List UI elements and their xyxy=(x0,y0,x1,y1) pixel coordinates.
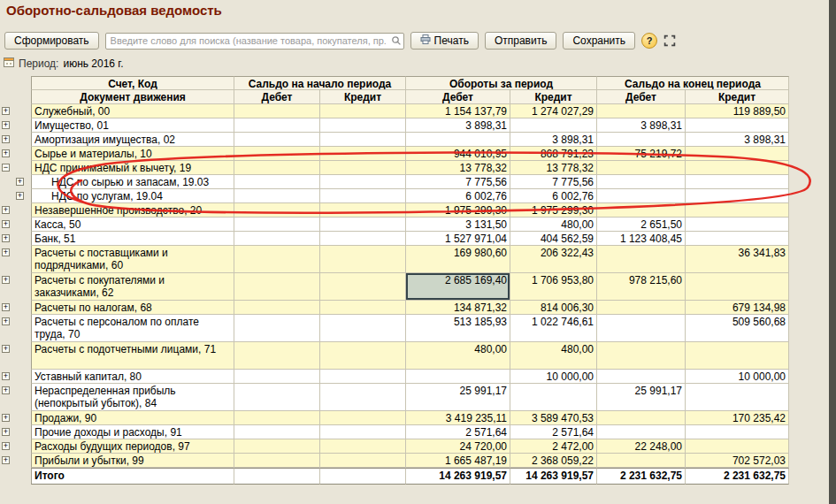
cell-beg_k[interactable] xyxy=(320,189,406,203)
cell-ob_k[interactable]: 404 562,59 xyxy=(510,232,597,246)
cell-account-name[interactable]: Расчеты с подотчетными лицами, 71 xyxy=(31,342,234,370)
cell-ob_k[interactable]: 480,00 xyxy=(510,342,597,370)
cell-end_d[interactable] xyxy=(597,189,686,203)
cell-ob_k[interactable]: 2 571,64 xyxy=(510,425,597,439)
cell-beg_k[interactable] xyxy=(320,384,406,411)
cell-beg_k[interactable] xyxy=(320,439,406,454)
expand-button[interactable]: + xyxy=(2,121,10,129)
cell-end_k[interactable]: 679 134,98 xyxy=(686,301,789,315)
cell-end_k[interactable]: 702 572,03 xyxy=(686,454,789,468)
cell-beg_d[interactable] xyxy=(234,203,320,218)
cell-end_d[interactable] xyxy=(597,246,686,273)
cell-ob_d[interactable]: 25 991,17 xyxy=(406,384,510,411)
expand-button[interactable]: + xyxy=(2,414,10,422)
cell-ob_k[interactable]: 2 368 059,22 xyxy=(510,454,597,468)
expand-button[interactable]: + xyxy=(2,234,10,242)
cell-end_d[interactable] xyxy=(597,315,686,342)
cell-beg_d[interactable] xyxy=(234,104,320,118)
cell-end_d[interactable] xyxy=(597,342,686,370)
cell-ob_k[interactable]: 3 898,31 xyxy=(510,133,597,147)
cell-beg_k[interactable] xyxy=(320,454,406,468)
cell-end_k[interactable]: 10 000,00 xyxy=(686,370,789,384)
expand-button[interactable]: + xyxy=(16,192,24,200)
cell-ob_k[interactable]: 1 022 746,61 xyxy=(510,315,597,342)
cell-beg_k[interactable] xyxy=(320,273,406,301)
cell-ob_d[interactable]: 1 154 137,79 xyxy=(406,104,510,118)
cell-beg_d[interactable] xyxy=(234,147,320,161)
cell-ob_k[interactable]: 14 263 919,57 xyxy=(510,468,597,485)
cell-ob_d[interactable]: 3 898,31 xyxy=(406,118,510,133)
cell-ob_d[interactable]: 1 975 299,30 xyxy=(406,203,510,218)
cell-end_d[interactable] xyxy=(597,370,686,384)
cell-end_d[interactable] xyxy=(597,203,686,218)
expand-button[interactable]: + xyxy=(2,317,10,325)
cell-beg_d[interactable] xyxy=(234,218,320,232)
cell-beg_k[interactable] xyxy=(320,301,406,315)
cell-ob_d[interactable]: 6 002,76 xyxy=(406,189,510,203)
cell-ob_k[interactable]: 6 002,76 xyxy=(510,189,597,203)
cell-ob_d-selected[interactable]: 2 685 169,40 xyxy=(406,273,510,301)
expand-button[interactable]: + xyxy=(2,442,10,450)
cell-beg_d[interactable] xyxy=(234,301,320,315)
cell-beg_d[interactable] xyxy=(234,118,320,133)
expand-button[interactable]: + xyxy=(2,456,10,464)
cell-ob_d[interactable]: 480,00 xyxy=(406,342,510,370)
cell-ob_k[interactable]: 868 791,23 xyxy=(510,147,597,161)
cell-account-name[interactable]: Прибыли и убытки, 99 xyxy=(31,454,234,468)
expand-button[interactable]: + xyxy=(2,372,10,380)
cell-account-name[interactable]: НДС принимаемый к вычету, 19 xyxy=(31,161,234,175)
cell-beg_d[interactable] xyxy=(234,468,320,485)
save-button[interactable]: Сохранить xyxy=(563,32,635,50)
cell-ob_k[interactable]: 480,00 xyxy=(510,218,597,232)
cell-end_d[interactable]: 978 215,60 xyxy=(597,273,686,301)
cell-account-name[interactable]: Касса, 50 xyxy=(31,218,234,232)
cell-account-name[interactable]: Уставный капитал, 80 xyxy=(31,370,234,384)
cell-account-name[interactable]: НДС по сырью и запасам, 19.03 xyxy=(31,175,234,189)
cell-ob_k[interactable]: 13 778,32 xyxy=(510,161,597,175)
cell-end_k[interactable] xyxy=(686,203,789,218)
cell-beg_k[interactable] xyxy=(320,370,406,384)
cell-ob_d[interactable]: 1 527 971,04 xyxy=(406,232,510,246)
cell-ob_d[interactable]: 7 775,56 xyxy=(406,175,510,189)
cell-beg_d[interactable] xyxy=(234,425,320,439)
expand-button[interactable]: + xyxy=(2,248,10,256)
cell-end_k[interactable] xyxy=(686,342,789,370)
expand-button[interactable]: + xyxy=(2,107,10,115)
fullscreen-icon[interactable] xyxy=(663,34,676,47)
cell-end_d[interactable]: 2 231 632,75 xyxy=(597,468,686,485)
cell-account-name[interactable]: Итого xyxy=(31,468,234,485)
cell-account-name[interactable]: Прочие доходы и расходы, 91 xyxy=(31,425,234,439)
cell-ob_k[interactable]: 10 000,00 xyxy=(510,370,597,384)
cell-beg_d[interactable] xyxy=(234,133,320,147)
expand-button[interactable]: + xyxy=(2,206,10,214)
cell-end_k[interactable]: 170 235,42 xyxy=(686,411,789,425)
cell-ob_k[interactable]: 7 775,56 xyxy=(510,175,597,189)
cell-end_k[interactable] xyxy=(686,273,789,301)
cell-ob_d[interactable]: 14 263 919,57 xyxy=(406,468,510,485)
cell-account-name[interactable]: Служебный, 00 xyxy=(31,104,234,118)
cell-beg_k[interactable] xyxy=(320,232,406,246)
cell-ob_k[interactable]: 1 706 953,80 xyxy=(510,273,597,301)
expand-button[interactable]: + xyxy=(16,178,24,186)
cell-end_k[interactable] xyxy=(686,175,789,189)
cell-end_d[interactable] xyxy=(597,454,686,468)
period-value[interactable]: июнь 2016 г. xyxy=(63,57,123,70)
cell-beg_d[interactable] xyxy=(234,246,320,273)
cell-account-name[interactable]: Амортизация имущества, 02 xyxy=(31,133,234,147)
cell-beg_d[interactable] xyxy=(234,189,320,203)
cell-beg_k[interactable] xyxy=(320,133,406,147)
cell-beg_d[interactable] xyxy=(234,454,320,468)
cell-end_k[interactable] xyxy=(686,161,789,175)
cell-end_k[interactable] xyxy=(686,189,789,203)
cell-account-name[interactable]: Расчеты с поставщиками и подрядчиками, 6… xyxy=(31,246,234,273)
cell-beg_k[interactable] xyxy=(320,147,406,161)
cell-beg_k[interactable] xyxy=(320,104,406,118)
cell-beg_d[interactable] xyxy=(234,342,320,370)
cell-beg_d[interactable] xyxy=(234,411,320,425)
cell-ob_d[interactable]: 169 980,60 xyxy=(406,246,510,273)
cell-ob_d[interactable]: 2 571,64 xyxy=(406,425,510,439)
cell-account-name[interactable]: Расчеты с покупателями и заказчиками, 62 xyxy=(31,273,234,301)
cell-account-name[interactable]: НДС по услугам, 19.04 xyxy=(31,189,234,203)
generate-button[interactable]: Сформировать xyxy=(4,32,99,50)
cell-ob_k[interactable]: 814 006,30 xyxy=(510,301,597,315)
